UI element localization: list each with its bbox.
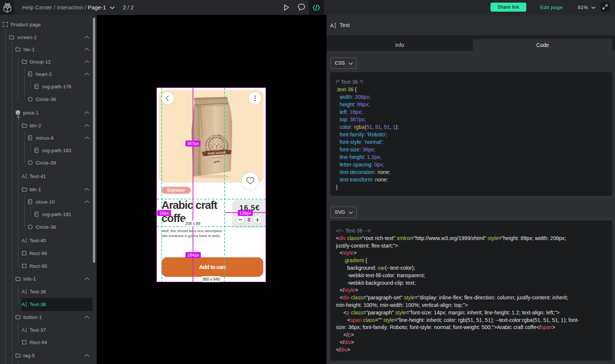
svg-text:A: A <box>330 23 334 29</box>
